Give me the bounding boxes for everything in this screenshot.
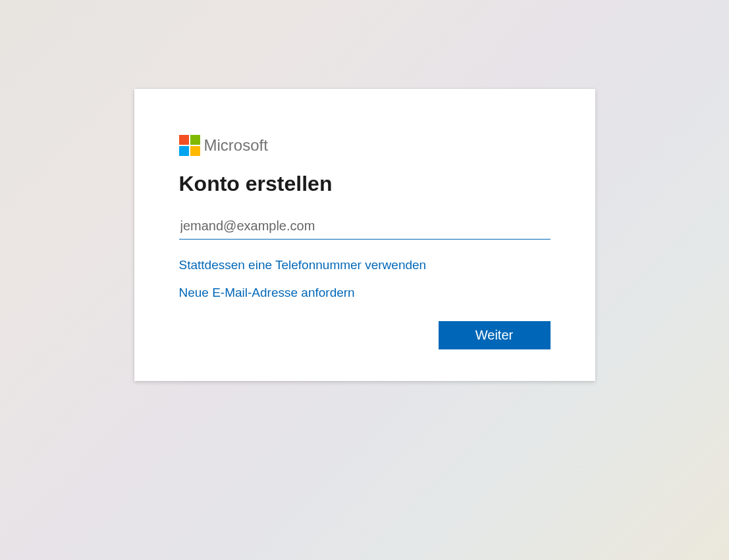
- microsoft-logo-icon: [179, 135, 200, 156]
- button-row: Weiter: [179, 321, 551, 349]
- page-title: Konto erstellen: [179, 172, 551, 196]
- brand-name: Microsoft: [204, 136, 268, 155]
- email-field[interactable]: [179, 215, 551, 240]
- next-button[interactable]: Weiter: [439, 321, 551, 349]
- brand-row: Microsoft: [179, 135, 551, 156]
- new-email-link[interactable]: Neue E-Mail-Adresse anfordern: [179, 286, 355, 300]
- use-phone-link[interactable]: Stattdessen eine Telefonnummer verwenden: [179, 258, 427, 272]
- signup-card: Microsoft Konto erstellen Stattdessen ei…: [134, 89, 595, 381]
